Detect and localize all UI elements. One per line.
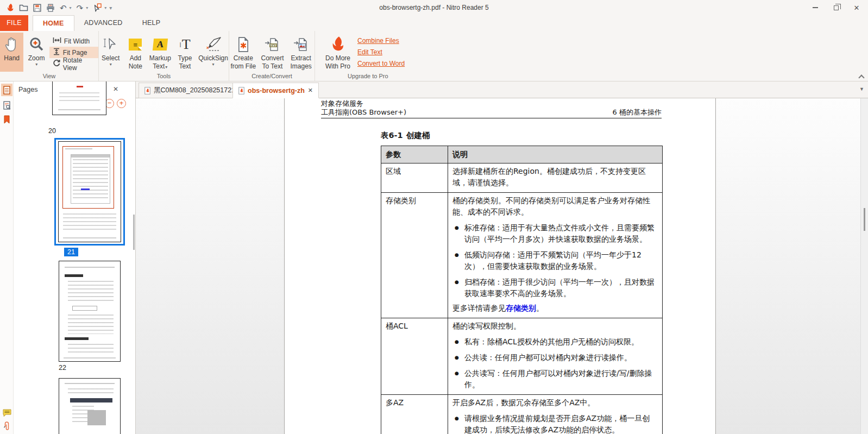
plus-icon: +	[119, 99, 124, 107]
thumbnail-zoom-in-button[interactable]: +	[117, 99, 126, 108]
tab-file[interactable]: FILE	[0, 15, 28, 31]
table-header-row: 参数 说明	[381, 146, 663, 163]
close-window-button[interactable]: ✕	[846, 0, 867, 15]
doc-tab-label: obs-browsertg-zh	[248, 87, 305, 95]
quicksign-dropdown-icon: ▾	[212, 62, 215, 67]
rotate-view-button[interactable]: Rotate View	[49, 58, 98, 70]
storage-class-link[interactable]: 存储类别	[506, 304, 536, 312]
zoom-tool-button[interactable]: Zoom ▾	[24, 33, 48, 72]
desc-cell: 开启多AZ后，数据冗余存储至多个AZ中。 请根据业务情况提前规划是否开启多AZ功…	[448, 395, 663, 434]
param-cell: 多AZ	[381, 395, 448, 434]
bookmarks-button[interactable]	[1, 113, 12, 125]
document-scrollbar[interactable]	[860, 98, 868, 434]
hand-tool-button[interactable]: Hand	[0, 33, 23, 72]
minus-icon: −	[108, 99, 112, 107]
param-cell: 区域	[381, 163, 448, 193]
page-header: 对象存储服务 工具指南(OBS Browser+) 6 桶的基本操作	[321, 99, 662, 118]
page-search-button[interactable]	[1, 99, 12, 111]
close-icon: ✕	[113, 85, 118, 93]
extract-images-icon	[293, 35, 309, 54]
ribbon: Hand Zoom ▾ Fit Width	[0, 31, 868, 81]
restore-icon	[834, 5, 839, 10]
quicksign-icon: x	[205, 35, 222, 54]
group-label-tools: Tools	[99, 73, 229, 79]
create-from-file-button[interactable]: Create from File	[229, 33, 257, 72]
restore-button[interactable]	[826, 0, 846, 15]
fit-width-icon	[53, 37, 61, 45]
doc-header-service: 对象存储服务	[321, 99, 662, 108]
convert-to-word-link[interactable]: Convert to Word	[357, 60, 405, 67]
scroll-down-icon[interactable]: ▼	[859, 86, 864, 92]
document-canvas[interactable]: 对象存储服务 工具指南(OBS Browser+) 6 桶的基本操作 表6-1创…	[136, 98, 860, 434]
pages-icon	[3, 86, 10, 95]
minimize-button[interactable]	[805, 0, 826, 15]
group-tools: Select ▾ ≡ Add Note A Markup Text▾	[99, 31, 229, 81]
comments-button[interactable]	[1, 406, 12, 419]
pages-panel-title: Pages	[18, 86, 37, 93]
thumbnail-page-20[interactable]	[52, 81, 106, 115]
col-header-desc: 说明	[448, 146, 663, 163]
do-more-with-pro-button[interactable]: Do More With Pro	[323, 33, 353, 72]
desc-cell: 桶的读写权限控制。 私有：除桶ACL授权外的其他用户无桶的访问权限。 公共读：任…	[448, 318, 663, 395]
minimize-icon	[813, 7, 818, 8]
select-button[interactable]: Select ▾	[99, 33, 123, 72]
group-label-create-convert: Create/Convert	[229, 73, 315, 79]
table-row: 存储类别 桶的存储类别。不同的存储类别可以满足客户业务对存储性能、成本的不同诉求…	[381, 193, 663, 318]
table-caption: 表6-1创建桶	[381, 130, 662, 141]
close-tab-button[interactable]: ✕	[308, 87, 313, 94]
rotate-view-icon	[53, 59, 60, 68]
sidebar-icon-strip	[0, 81, 14, 434]
create-bucket-table: 参数 说明 区域 选择新建桶所在的Region。桶创建成功后，不支持变更区域，请…	[381, 146, 663, 434]
nitro-pro-icon	[330, 35, 345, 54]
svg-text:TXT: TXT	[271, 44, 277, 47]
edit-text-link[interactable]: Edit Text	[357, 48, 405, 56]
convert-to-text-button[interactable]: TXT Convert To Text	[259, 33, 287, 72]
thumbnail-label-20[interactable]: 20	[25, 127, 79, 135]
collapse-ribbon-button[interactable]	[859, 74, 864, 79]
table-row: 区域 选择新建桶所在的Region。桶创建成功后，不支持变更区域，请谨慎选择。	[381, 163, 663, 193]
zoom-icon	[28, 35, 45, 54]
document-scrollbar-thumb[interactable]	[864, 208, 865, 231]
document-area: 黑C0M808_20250825172131 obs-browsertg-zh …	[136, 81, 868, 434]
type-text-icon: IT	[179, 35, 191, 54]
doc-tab-2-active[interactable]: obs-browsertg-zh ✕	[232, 83, 319, 98]
param-cell: 存储类别	[381, 193, 448, 318]
thumbnail-page-22[interactable]	[59, 261, 121, 362]
page-search-icon	[3, 101, 11, 110]
extract-images-button[interactable]: Extract Images	[287, 33, 315, 72]
svg-text:x: x	[206, 45, 209, 50]
pages-panel: Pages ✕ − + 20	[14, 81, 133, 434]
param-cell: 桶ACL	[381, 318, 448, 395]
tab-help[interactable]: HELP	[133, 15, 171, 31]
hand-icon	[4, 35, 20, 54]
thumbnail-label-21[interactable]: 21	[64, 248, 78, 256]
table-row: 桶ACL 桶的读写权限控制。 私有：除桶ACL授权外的其他用户无桶的访问权限。 …	[381, 318, 663, 395]
thumbnail-page-21-selected[interactable]	[54, 138, 125, 246]
pages-panel-close-button[interactable]: ✕	[113, 85, 118, 93]
table-row: 多AZ 开启多AZ后，数据冗余存储至多个AZ中。 请根据业务情况提前规划是否开启…	[381, 395, 663, 434]
zoom-dropdown-icon: ▾	[35, 62, 37, 67]
close-icon: ✕	[308, 87, 313, 93]
tab-advanced[interactable]: ADVANCED	[74, 15, 133, 31]
thumbnail-page-23[interactable]	[59, 378, 121, 434]
col-header-param: 参数	[381, 146, 448, 163]
quicksign-button[interactable]: x QuickSign ▾	[198, 33, 229, 72]
sidebar-scrollbar[interactable]	[133, 215, 135, 250]
pages-panel-button[interactable]	[1, 84, 12, 96]
pdf-file-icon	[238, 87, 244, 95]
window-controls: ✕	[805, 0, 867, 15]
fit-page-icon	[53, 48, 60, 57]
tab-home[interactable]: HOME	[33, 15, 74, 31]
attachments-button[interactable]	[1, 420, 12, 432]
desc-cell: 选择新建桶所在的Region。桶创建成功后，不支持变更区域，请谨慎选择。	[448, 163, 663, 193]
thumbnail-label-22[interactable]: 22	[32, 364, 93, 372]
markup-text-button[interactable]: A Markup Text▾	[148, 33, 172, 72]
pages-sidebar: Pages ✕ − + 20	[0, 81, 136, 434]
combine-files-link[interactable]: Combine Files	[357, 37, 405, 45]
bookmark-icon	[4, 115, 10, 124]
doc-header-chapter: 6 桶的基本操作	[613, 108, 662, 117]
desc-cell: 桶的存储类别。不同的存储类别可以满足客户业务对存储性能、成本的不同诉求。 标准存…	[448, 193, 663, 318]
add-note-button[interactable]: ≡ Add Note	[124, 33, 148, 72]
type-text-button[interactable]: IT Type Text	[173, 33, 197, 72]
fit-width-button[interactable]: Fit Width	[49, 35, 98, 47]
